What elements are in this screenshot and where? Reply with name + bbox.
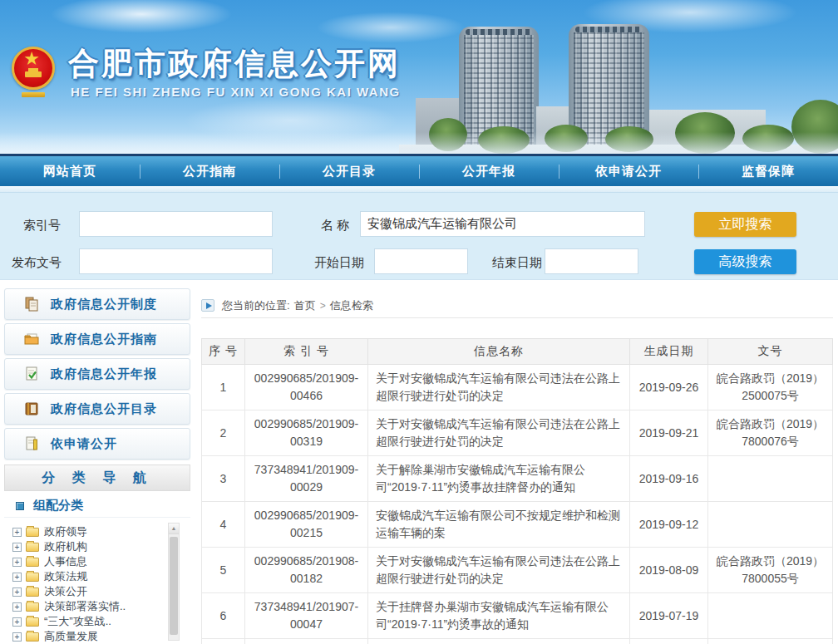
tree-item-decision-disclosure[interactable]: + 决策公开 — [12, 584, 190, 599]
header-fade — [0, 132, 838, 154]
cell-title-link[interactable]: 关于对安徽锦成汽车运输有限公司违法在公路上超限行驶进行处罚的决定 — [368, 410, 630, 456]
cell-docno — [708, 593, 833, 639]
cell-title-link[interactable]: 关于对安徽锦成汽车运输有限公司违法在公路上超限行驶进行处罚的决定 — [368, 365, 630, 410]
cell-docno: 皖合路政罚（2019）7800055号 — [708, 548, 833, 593]
sidebar-item-annual-report[interactable]: 政府信息公开年报 — [4, 358, 190, 390]
expand-plus-icon[interactable]: + — [12, 573, 22, 582]
report-icon — [23, 366, 40, 382]
cell-date: 2019-09-26 — [630, 365, 708, 410]
expand-plus-icon[interactable]: + — [12, 543, 22, 552]
tree-item-three-battles[interactable]: + “三大”攻坚战.. — [12, 614, 190, 629]
folder-icon — [26, 617, 39, 627]
cell-serial: 5 — [202, 548, 245, 593]
end-date-input[interactable] — [545, 248, 638, 274]
table-header-row: 序 号 索 引 号 信息名称 生成日期 文号 — [202, 339, 833, 365]
table-row: 1 002990685/201909-00466 关于对安徽锦成汽车运输有限公司… — [202, 365, 833, 410]
sidebar-item-label: 政府信息公开指南 — [51, 332, 157, 347]
tree-item-gov-leaders[interactable]: + 政府领导 — [12, 524, 190, 539]
sidebar-item-apply-disclosure[interactable]: 依申请公开 — [4, 428, 190, 460]
breadcrumb-current: 信息检索 — [330, 298, 373, 313]
sidebar-item-label: 政府信息公开目录 — [51, 401, 157, 417]
scrollbar-up-arrow[interactable]: ▲ — [169, 524, 179, 534]
tree-item-policies-regulations[interactable]: + 政策法规 — [12, 569, 190, 584]
cell-serial: 2 — [202, 410, 245, 456]
category-tree: + 政府领导 + 政府机构 + 人事信息 + 政策法规 — [4, 518, 190, 644]
table-row: 2 002990685/201909-00319 关于对安徽锦成汽车运输有限公司… — [202, 410, 833, 456]
expand-plus-icon[interactable]: + — [12, 632, 22, 642]
breadcrumb-home-link[interactable]: 首页 — [294, 298, 316, 313]
cell-docno — [708, 456, 833, 502]
sidebar-item-label: 政府信息公开制度 — [51, 297, 157, 312]
nav-item-catalog[interactable]: 公开目录 — [279, 156, 419, 186]
tree-item-high-quality-development[interactable]: + 高质量发展 — [12, 629, 190, 644]
column-header-title: 信息名称 — [368, 339, 630, 365]
tree-item-personnel-info[interactable]: + 人事信息 — [12, 554, 190, 569]
category-nav-header: 分 类 导 航 — [4, 465, 190, 491]
table-row: 5 002990685/201908-00182 关于对安徽锦成汽车运输有限公司… — [202, 548, 833, 593]
start-date-label: 开始日期 — [314, 255, 364, 271]
category-group-toggle[interactable]: 组配分类 — [4, 494, 190, 518]
table-row-partial — [202, 639, 833, 644]
doc-number-label: 发布文号 — [12, 255, 62, 271]
folder-icon — [26, 573, 39, 582]
start-date-input[interactable] — [374, 248, 468, 274]
cell-title-link[interactable]: 关于挂牌督办巢湖市安徽锦成汽车运输有限公司“2019·7·11”灼烫事故的通知 — [368, 593, 630, 639]
cell-date: 2019-07-19 — [630, 593, 708, 639]
documents-icon — [23, 296, 40, 312]
cell-title-link[interactable]: 关于对安徽锦成汽车运输有限公司违法在公路上超限行驶进行处罚的决定 — [368, 548, 630, 593]
folder-icon — [26, 558, 39, 567]
emblem-star: ★ — [10, 48, 53, 70]
column-header-index: 索 引 号 — [245, 339, 368, 365]
table-row: 6 737348941/201907-00047 关于挂牌督办巢湖市安徽锦成汽车… — [202, 593, 833, 639]
advanced-search-button[interactable]: 高级搜索 — [694, 249, 796, 274]
expand-plus-icon[interactable]: + — [12, 528, 22, 537]
cell-docno: 皖合路政罚（2019）2500075号 — [708, 365, 833, 410]
main-panel: 您当前的位置: 首页 > 信息检索 序 号 索 引 号 信息名称 生成日期 文号 — [201, 288, 833, 644]
nav-item-supervision[interactable]: 监督保障 — [698, 156, 838, 186]
search-now-button[interactable]: 立即搜索 — [694, 212, 796, 237]
cell-title-link[interactable]: 关于解除巢湖市安徽锦成汽车运输有限公司“2019·7·11”灼烫事故挂牌督办的通… — [368, 456, 630, 502]
tree-scrollbar[interactable]: ▲ — [168, 523, 180, 641]
sidebar: 政府信息公开制度 政府信息公开指南 政府信息公开年报 — [4, 288, 190, 644]
nav-item-guide[interactable]: 公开指南 — [140, 156, 279, 186]
nav-item-annual-report[interactable]: 公开年报 — [419, 156, 559, 186]
cell-title-link[interactable]: 安徽锦成汽车运输有限公司不按规定维护和检测运输车辆的案 — [368, 502, 630, 548]
expand-plus-icon[interactable]: + — [12, 558, 22, 567]
end-date-label: 结束日期 — [492, 255, 542, 271]
breadcrumb: 您当前的位置: 首页 > 信息检索 — [201, 293, 833, 318]
content-area: 政府信息公开制度 政府信息公开指南 政府信息公开年报 — [0, 280, 838, 644]
tree-item-decision-implementation[interactable]: + 决策部署落实情.. — [12, 599, 190, 614]
emblem-base — [22, 92, 45, 97]
nav-item-apply[interactable]: 依申请公开 — [559, 156, 698, 186]
cell-date: 2019-08-09 — [630, 548, 708, 593]
site-subtitle-pinyin: HE FEI SHI ZHENG FU XIN XI GONG KAI WANG — [71, 85, 401, 99]
cell-index: 737348941/201909-00029 — [245, 456, 368, 502]
cell-serial: 3 — [202, 456, 245, 502]
expand-plus-icon[interactable]: + — [12, 602, 22, 612]
expand-plus-icon[interactable]: + — [12, 617, 22, 627]
cell-index: 002990685/201909-00466 — [245, 365, 368, 410]
sidebar-item-disclosure-system[interactable]: 政府信息公开制度 — [4, 288, 190, 320]
folder-icon — [26, 528, 39, 537]
emblem-gate — [25, 71, 42, 77]
cloud-decoration — [316, 12, 466, 43]
search-panel: 索引号 名 称 立即搜索 发布文号 开始日期 结束日期 高级搜索 — [0, 192, 838, 280]
folder-icon — [26, 632, 39, 642]
index-number-input[interactable] — [79, 211, 273, 237]
category-group-label: 组配分类 — [33, 498, 83, 514]
tree-item-gov-agencies[interactable]: + 政府机构 — [12, 539, 190, 554]
sidebar-item-disclosure-catalog[interactable]: 政府信息公开目录 — [4, 393, 190, 425]
expand-plus-icon[interactable]: + — [12, 587, 22, 597]
cell-serial: 4 — [202, 502, 245, 548]
name-input[interactable] — [360, 211, 645, 237]
sidebar-item-disclosure-guide[interactable]: 政府信息公开指南 — [4, 323, 190, 355]
doc-number-input[interactable] — [79, 248, 273, 274]
cell-index: 737348941/201907-00047 — [245, 593, 368, 639]
cell-date: 2019-09-21 — [630, 410, 708, 456]
cell-date: 2019-09-12 — [630, 502, 708, 548]
folder-icon — [26, 543, 39, 552]
application-icon — [23, 435, 40, 452]
arrow-right-icon — [201, 299, 214, 312]
scrollbar-thumb[interactable] — [170, 537, 178, 635]
nav-item-home[interactable]: 网站首页 — [0, 156, 140, 186]
